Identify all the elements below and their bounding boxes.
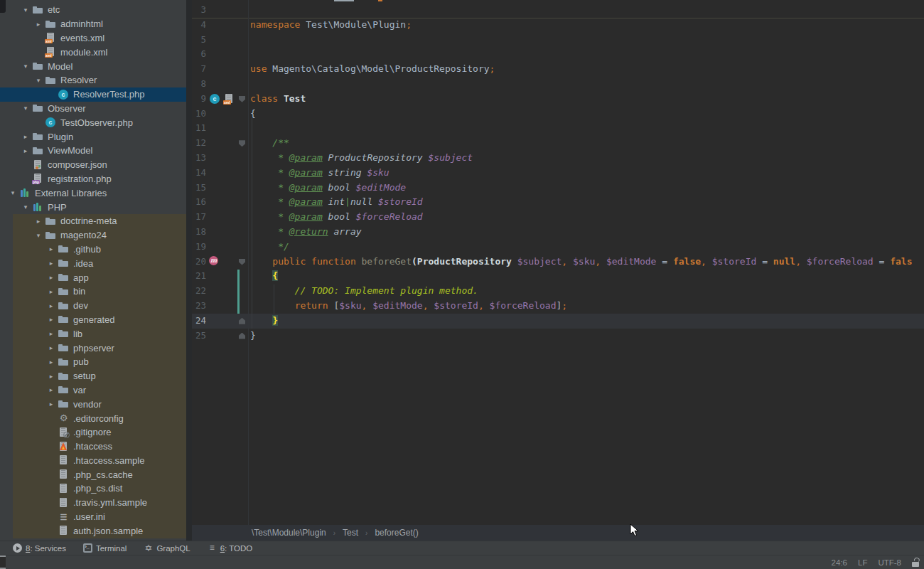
chevron-right-icon[interactable]: ▸	[45, 274, 58, 281]
code-line-12[interactable]: /**	[250, 136, 924, 151]
code-line-19[interactable]: */	[250, 240, 924, 255]
chevron-down-icon[interactable]: ▾	[19, 105, 32, 112]
chevron-down-icon[interactable]: ▾	[32, 232, 45, 239]
tree-item--editorconfig[interactable]: ⚙.editorconfig	[0, 411, 186, 425]
tree-item--github[interactable]: ▸.github	[0, 243, 186, 257]
toolwindow-button-terminal[interactable]: Terminal	[83, 543, 127, 553]
code-line-18[interactable]: * @return array	[250, 225, 924, 240]
tree-item-registration-php[interactable]: phpregistration.php	[0, 172, 186, 186]
gutter-row[interactable]: 24	[192, 314, 248, 329]
php-class-icon[interactable]	[209, 93, 221, 105]
gutter-row[interactable]: 4	[192, 18, 248, 33]
code-line-25[interactable]: }	[250, 329, 924, 344]
gutter-row[interactable]: 23	[192, 299, 248, 314]
gutter-row[interactable]: 16	[192, 195, 248, 210]
chevron-down-icon[interactable]: ▾	[19, 203, 32, 211]
tree-item--htaccess[interactable]: .htaccess	[0, 440, 186, 454]
tree-item-auth-json-sample[interactable]: auth.json.sample	[0, 523, 186, 538]
line-number[interactable]: 17	[193, 210, 206, 225]
line-number[interactable]: 8	[193, 77, 206, 92]
gutter-row[interactable]: 10	[192, 107, 248, 122]
line-number[interactable]: 11	[193, 121, 206, 136]
tree-item-dev[interactable]: ▸dev	[0, 299, 186, 313]
chevron-down-icon[interactable]: ▾	[32, 77, 45, 84]
line-number[interactable]: 20	[193, 255, 206, 270]
caret-position[interactable]: 24:6	[832, 558, 847, 567]
line-number[interactable]: 21	[193, 269, 206, 284]
chevron-right-icon[interactable]: ▸	[45, 302, 58, 309]
tree-item-magento24[interactable]: ▾magento24	[0, 228, 186, 243]
tree-item-resolver[interactable]: ▾Resolver	[0, 73, 186, 87]
code-line-4[interactable]: namespace Test\Module\Plugin;	[250, 18, 924, 33]
gutter-row[interactable]: 14	[192, 166, 248, 181]
breadcrumb-item[interactable]: \Test\Module\Plugin	[252, 528, 326, 538]
method-icon[interactable]	[209, 256, 221, 267]
tree-item-phpserver[interactable]: ▸phpserver	[0, 341, 186, 355]
tree-item--travis-yml-sample[interactable]: .travis.yml.sample	[0, 496, 186, 510]
line-number[interactable]: 23	[193, 299, 206, 314]
tree-item-observer[interactable]: ▾Observer	[0, 102, 186, 116]
code-line-13[interactable]: * @param ProductRepository $subject	[250, 151, 924, 166]
fold-up-icon[interactable]	[239, 318, 245, 324]
gutter-row[interactable]: 22	[192, 284, 248, 299]
line-number[interactable]: 22	[193, 284, 206, 299]
line-number[interactable]: 3	[193, 3, 206, 18]
gutter-row[interactable]: 8	[192, 77, 248, 92]
tree-item-events-xml[interactable]: xmlevents.xml	[0, 31, 186, 46]
fold-down-icon[interactable]	[239, 96, 245, 102]
code-line-16[interactable]: * @param int|null $storeId	[250, 195, 924, 210]
tree-item-doctrine-meta[interactable]: ▸doctrine-meta	[0, 214, 186, 228]
line-number[interactable]: 4	[193, 18, 206, 33]
line-number[interactable]: 12	[193, 136, 206, 151]
line-number[interactable]: 18	[193, 225, 206, 240]
code-editor[interactable]: 3456789xml101112131415161718192021222324…	[192, 0, 924, 525]
line-number[interactable]: 25	[193, 329, 206, 344]
tree-item-lib[interactable]: ▸lib	[0, 326, 186, 341]
fold-down-icon[interactable]	[239, 259, 245, 265]
code-line-15[interactable]: * @param bool $editMode	[250, 181, 924, 196]
code-area[interactable]: namespace Test\Module\Plugin;use Magento…	[249, 0, 924, 525]
tree-item-composer-json[interactable]: composer.json	[0, 158, 186, 172]
fold-down-icon[interactable]	[239, 140, 245, 147]
tree-item-external-libraries[interactable]: ▾External Libraries	[0, 186, 186, 200]
tree-item--php-cs-cache[interactable]: .php_cs.cache	[0, 467, 186, 482]
lock-open-icon[interactable]	[912, 558, 920, 567]
gutter-row[interactable]: 9xml	[192, 92, 248, 107]
chevron-right-icon[interactable]: ▸	[45, 330, 58, 337]
toolwindow-button-6-todo[interactable]: ≡6: TODO	[208, 543, 253, 553]
tree-item-bin[interactable]: ▸bin	[0, 284, 186, 299]
chevron-right-icon[interactable]: ▸	[32, 21, 45, 28]
code-line-11[interactable]	[250, 121, 924, 136]
line-separator[interactable]: LF	[858, 558, 867, 567]
gutter-row[interactable]: 17	[192, 210, 248, 225]
fold-up-icon[interactable]	[239, 333, 245, 339]
chevron-down-icon[interactable]: ▾	[6, 189, 19, 196]
toolwindow-button-8-services[interactable]: 8: Services	[13, 543, 66, 553]
chevron-down-icon[interactable]: ▾	[19, 63, 32, 70]
chevron-right-icon[interactable]: ▸	[45, 260, 58, 267]
tree-item-etc[interactable]: ▾etc	[0, 3, 186, 17]
breadcrumb-item[interactable]: Test	[343, 528, 358, 538]
editor-gutter[interactable]: 3456789xml101112131415161718192021222324…	[192, 0, 249, 525]
chevron-right-icon[interactable]: ▸	[19, 133, 32, 140]
tree-item-module-xml[interactable]: xmlmodule.xml	[0, 45, 186, 59]
tree-item-php[interactable]: ▾PHP	[0, 200, 186, 214]
chevron-right-icon[interactable]: ▸	[32, 218, 45, 225]
gutter-row[interactable]: 19	[192, 240, 248, 255]
code-line-17[interactable]: * @param bool $forceReload	[250, 210, 924, 225]
line-number[interactable]: 24	[193, 314, 206, 329]
gutter-row[interactable]: 3	[192, 3, 248, 18]
code-line-10[interactable]: {	[250, 107, 924, 122]
line-number[interactable]: 14	[193, 166, 206, 181]
line-number[interactable]: 7	[193, 62, 206, 77]
line-number[interactable]: 13	[193, 151, 206, 166]
gutter-row[interactable]: 21	[192, 269, 248, 284]
tree-item--gitignore[interactable]: .gitignore	[0, 425, 186, 440]
line-number[interactable]: 19	[193, 240, 206, 255]
tree-item-model[interactable]: ▾Model	[0, 59, 186, 73]
line-number[interactable]: 6	[193, 47, 206, 62]
code-line-5[interactable]	[250, 33, 924, 48]
code-line-3[interactable]	[250, 3, 924, 18]
chevron-right-icon[interactable]: ▸	[19, 147, 32, 154]
line-number[interactable]: 10	[193, 107, 206, 122]
